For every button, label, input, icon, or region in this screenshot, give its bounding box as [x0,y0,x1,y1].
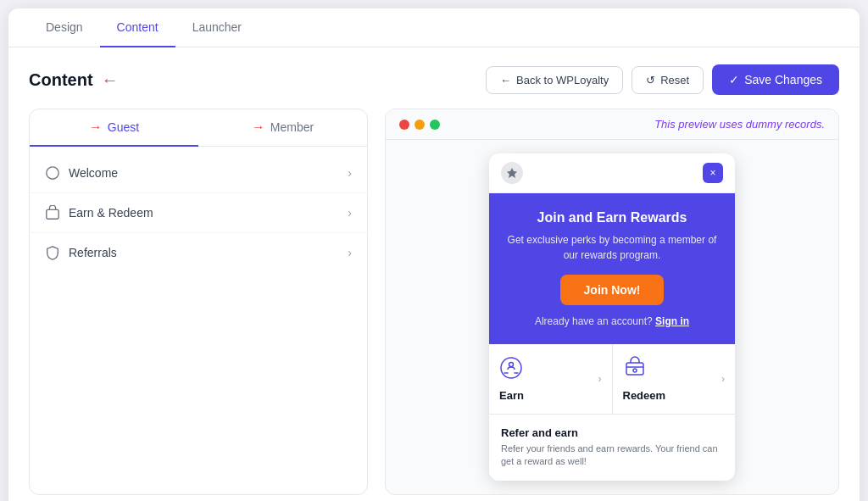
svg-rect-1 [47,209,58,219]
widget-hero-desc: Get exclusive perks by becoming a member… [504,232,720,263]
earn-card-icon [499,356,524,384]
tab-launcher[interactable]: Launcher [175,8,259,47]
preview-content: × Join and Earn Rewards Get exclusive pe… [386,140,838,494]
svg-marker-2 [507,168,517,178]
widget-logo-icon [501,162,523,184]
widget-signin-link[interactable]: Sign in [655,315,689,327]
widget-cards: Earn › [489,344,735,415]
redeem-card-label: Redeem [623,389,666,402]
save-changes-button[interactable]: ✓ Save Changes [712,64,839,95]
sub-tab-guest[interactable]: → Guest [30,109,198,147]
guest-arrow-icon: → [89,120,103,135]
earn-card-chevron-icon: › [598,373,602,385]
back-arrow-icon: ← [500,74,511,86]
widget-hero-title: Join and Earn Rewards [504,210,720,225]
red-traffic-light [399,120,409,130]
earn-redeem-chevron-icon: › [348,206,352,220]
page-title: Content [29,70,93,90]
tag-icon [45,205,60,220]
member-arrow-icon: → [252,120,265,135]
widget-refer-title: Refer and earn [501,426,723,439]
yellow-traffic-light [415,120,425,130]
svg-point-7 [633,369,637,372]
widget-join-now-button[interactable]: Join Now! [560,275,665,305]
earn-card-label: Earn [499,389,524,402]
redeem-card-icon [623,356,666,384]
widget-refer-desc: Refer your friends and earn rewards. You… [501,443,723,469]
preview-notice: This preview uses dummy records. [654,118,825,131]
menu-list: Welcome › Earn & Redeem › [30,147,367,279]
widget-refer-section: Refer and earn Refer your friends and ea… [489,415,735,481]
widget-close-button[interactable]: × [703,163,723,183]
header-row: Content ← ← Back to WPLoyalty ↺ Reset ✓ … [29,64,839,95]
redeem-card-chevron-icon: › [721,373,725,385]
page-title-group: Content ← [29,70,119,90]
widget-top-bar: × [489,153,735,193]
circle-icon [45,165,60,181]
widget-redeem-card[interactable]: Redeem › [613,344,736,414]
svg-point-0 [47,167,58,179]
svg-point-4 [509,363,514,367]
reset-button[interactable]: ↺ Reset [632,66,704,94]
title-arrow-icon: ← [102,70,119,90]
menu-item-earn-redeem[interactable]: Earn & Redeem › [30,193,367,233]
main-layout: → Guest → Member W [29,109,839,495]
traffic-lights [399,120,440,130]
welcome-chevron-icon: › [348,166,352,180]
preview-header: This preview uses dummy records. [386,109,838,140]
sub-tab-member[interactable]: → Member [198,109,367,147]
right-panel: This preview uses dummy records. × [385,109,839,495]
back-to-wployalty-button[interactable]: ← Back to WPLoyalty [486,66,623,94]
header-actions: ← Back to WPLoyalty ↺ Reset ✓ Save Chang… [486,64,839,95]
save-check-icon: ✓ [729,73,739,86]
top-nav: Design Content Launcher [8,8,860,47]
widget-hero: Join and Earn Rewards Get exclusive perk… [489,193,735,344]
svg-point-3 [501,358,521,378]
sub-tabs: → Guest → Member [30,109,367,147]
main-container: Design Content Launcher Content ← ← Back… [8,8,860,501]
green-traffic-light [430,120,440,130]
content-area: Content ← ← Back to WPLoyalty ↺ Reset ✓ … [8,47,860,501]
left-panel: → Guest → Member W [29,109,368,495]
referrals-chevron-icon: › [348,246,352,259]
tab-content[interactable]: Content [100,8,175,47]
menu-item-referrals[interactable]: Referrals › [30,233,367,272]
widget-signin-row: Already have an account? Sign in [504,315,720,327]
menu-item-welcome[interactable]: Welcome › [30,153,367,193]
widget-container: × Join and Earn Rewards Get exclusive pe… [489,153,735,481]
widget-earn-card[interactable]: Earn › [489,344,612,414]
reset-icon: ↺ [646,74,655,86]
shield-icon [45,245,60,260]
tab-design[interactable]: Design [29,8,100,47]
